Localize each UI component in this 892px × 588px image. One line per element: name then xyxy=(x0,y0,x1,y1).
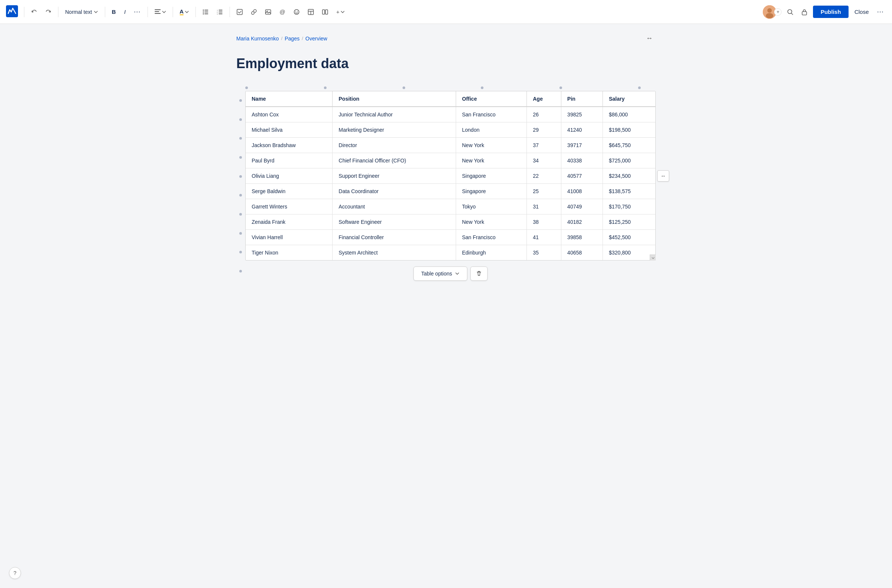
dot-top-4 xyxy=(481,87,484,89)
svg-line-31 xyxy=(791,13,793,15)
table-cell: $725,000 xyxy=(603,153,656,168)
table-row: Vivian HarrellFinancial ControllerSan Fr… xyxy=(246,230,655,245)
toolbar-separator-4 xyxy=(147,7,148,17)
table-cell: New York xyxy=(456,153,527,168)
svg-rect-9 xyxy=(204,14,208,14)
table-cell: Director xyxy=(333,138,456,153)
toolbar-separator-5 xyxy=(173,7,173,17)
search-button[interactable] xyxy=(784,6,796,18)
close-button[interactable]: Close xyxy=(851,6,872,17)
toolbar-separator-3 xyxy=(105,7,105,17)
expand-button[interactable]: ↔ xyxy=(643,33,656,44)
svg-point-19 xyxy=(294,9,299,14)
table-cell: 40658 xyxy=(561,245,602,261)
table-insert-button[interactable] xyxy=(305,7,317,17)
dot-top-3 xyxy=(402,87,405,89)
undo-button[interactable] xyxy=(28,7,40,17)
data-table: NamePositionOfficeAgePinSalary Ashton Co… xyxy=(246,92,655,260)
table-cell: 38 xyxy=(527,214,561,230)
table-cell: Garrett Winters xyxy=(246,199,333,214)
table-delete-button[interactable] xyxy=(470,267,488,281)
text-color-button[interactable]: A xyxy=(177,6,192,18)
table-cell: Zenaida Frank xyxy=(246,214,333,230)
help-button[interactable]: ? xyxy=(9,567,21,579)
table-cell: Olivia Liang xyxy=(246,168,333,184)
svg-point-4 xyxy=(203,9,204,10)
table-cell: Marketing Designer xyxy=(333,122,456,138)
left-dots xyxy=(239,91,242,281)
svg-point-28 xyxy=(767,8,772,13)
table-cell: 39825 xyxy=(561,106,602,122)
dot-left-6 xyxy=(239,194,242,196)
svg-rect-13 xyxy=(219,12,222,12)
table-cell: 25 xyxy=(527,184,561,199)
table-cell: Vivian Harrell xyxy=(246,230,333,245)
breadcrumb-left: Maria Kurnosenko / Pages / Overview xyxy=(236,36,327,42)
table-cell: 31 xyxy=(527,199,561,214)
table-cell: 39858 xyxy=(561,230,602,245)
dot-top-2 xyxy=(324,87,327,89)
svg-rect-3 xyxy=(155,13,161,14)
align-button[interactable] xyxy=(152,7,169,17)
table-header-cell: Position xyxy=(333,92,456,106)
table-cell: 41 xyxy=(527,230,561,245)
table-cell: 26 xyxy=(527,106,561,122)
table-cell: Paul Byrd xyxy=(246,153,333,168)
table-header-cell: Salary xyxy=(603,92,656,106)
dot-left-8 xyxy=(239,232,242,235)
mention-button[interactable]: @ xyxy=(276,6,288,17)
breadcrumb-pages[interactable]: Pages xyxy=(285,36,300,42)
table-cell: 35 xyxy=(527,245,561,261)
svg-rect-11 xyxy=(219,10,222,10)
page-title: Employment data xyxy=(236,56,656,72)
table-cell: 40338 xyxy=(561,153,602,168)
italic-button[interactable]: I xyxy=(121,6,128,17)
toolbar-separator-6 xyxy=(195,7,196,17)
dot-left-4 xyxy=(239,156,242,159)
table-cell: Tokyo xyxy=(456,199,527,214)
table-row: Garrett WintersAccountantTokyo3140749$17… xyxy=(246,199,655,214)
redo-button[interactable] xyxy=(42,7,54,17)
add-collaborator-button[interactable]: + xyxy=(774,8,781,16)
main-content: Maria Kurnosenko / Pages / Overview ↔ Em… xyxy=(221,24,671,326)
table-cell: $198,500 xyxy=(603,122,656,138)
table-cell: Data Coordinator xyxy=(333,184,456,199)
text-format-dropdown[interactable]: Normal text xyxy=(62,7,101,17)
link-button[interactable] xyxy=(248,7,260,17)
dot-left-2 xyxy=(239,118,242,121)
table-options-button[interactable]: Table options xyxy=(413,267,468,281)
numbered-list-button[interactable]: 1.2.3. xyxy=(214,7,226,17)
bold-button[interactable]: B xyxy=(109,6,119,17)
svg-rect-1 xyxy=(155,9,161,10)
table-cell: $86,000 xyxy=(603,106,656,122)
table-cell: New York xyxy=(456,138,527,153)
image-button[interactable] xyxy=(262,7,274,17)
table-cell: San Francisco xyxy=(456,106,527,122)
add-more-button[interactable]: + xyxy=(333,6,348,17)
table-cell: Ashton Cox xyxy=(246,106,333,122)
bullet-list-button[interactable] xyxy=(200,7,212,17)
emoji-button[interactable] xyxy=(291,7,303,17)
table-cell: 29 xyxy=(527,122,561,138)
breadcrumb-overview[interactable]: Overview xyxy=(306,36,327,42)
columns-button[interactable] xyxy=(319,7,331,17)
publish-button[interactable]: Publish xyxy=(813,6,848,18)
table-cell: 34 xyxy=(527,153,561,168)
svg-point-21 xyxy=(297,11,298,12)
table-cell: $234,500 xyxy=(603,168,656,184)
more-text-button[interactable]: ··· xyxy=(131,6,144,18)
lock-button[interactable] xyxy=(799,6,810,18)
table-cell: $125,250 xyxy=(603,214,656,230)
table-cell: Singapore xyxy=(456,168,527,184)
task-button[interactable] xyxy=(234,7,246,17)
breadcrumb-user[interactable]: Maria Kurnosenko xyxy=(236,36,279,42)
svg-point-6 xyxy=(203,11,204,12)
more-options-button[interactable]: ··· xyxy=(875,6,886,18)
dot-left-9 xyxy=(239,251,242,254)
toolbar-separator-7 xyxy=(230,7,230,17)
table-resize-handle[interactable]: ↔ xyxy=(657,170,669,182)
svg-rect-32 xyxy=(802,12,806,15)
table-options-bar: Table options xyxy=(245,267,656,281)
table-cell: $645,750 xyxy=(603,138,656,153)
table-cell: 37 xyxy=(527,138,561,153)
